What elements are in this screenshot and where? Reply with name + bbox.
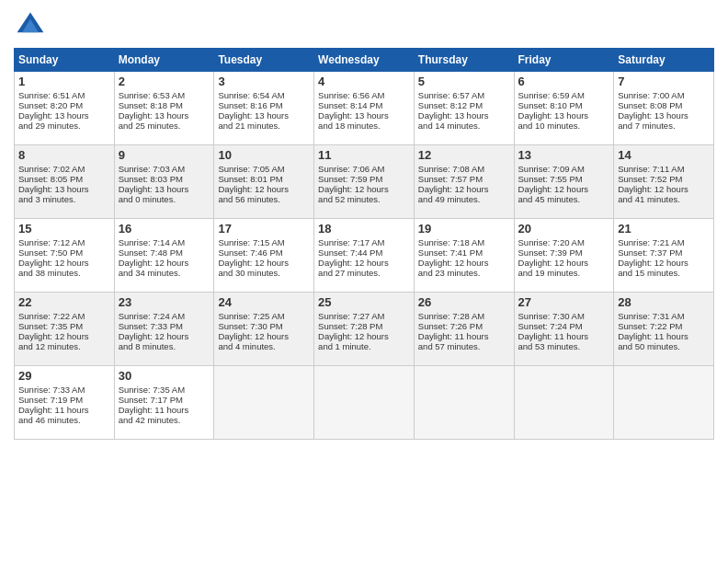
calendar-cell: 22Sunrise: 7:22 AMSunset: 7:35 PMDayligh… <box>15 293 115 366</box>
weekday-header: Saturday <box>614 49 714 72</box>
day-info: Sunrise: 7:09 AM <box>518 164 610 174</box>
day-info: and 42 minutes. <box>119 415 210 425</box>
day-info: Sunset: 8:01 PM <box>218 174 310 184</box>
day-info: and 8 minutes. <box>119 341 210 351</box>
calendar-cell: 30Sunrise: 7:35 AMSunset: 7:17 PMDayligh… <box>114 366 214 440</box>
day-info: Sunset: 7:41 PM <box>418 247 510 258</box>
day-info: and 30 minutes. <box>218 268 310 278</box>
day-number: 19 <box>418 222 510 236</box>
day-number: 11 <box>318 148 410 162</box>
day-info: Sunset: 7:59 PM <box>318 174 410 184</box>
day-info: Sunset: 7:57 PM <box>418 174 510 184</box>
calendar-cell: 18Sunrise: 7:17 AMSunset: 7:44 PMDayligh… <box>314 219 415 293</box>
day-info: and 7 minutes. <box>618 121 710 131</box>
day-info: Sunrise: 7:14 AM <box>119 237 210 247</box>
calendar-cell: 8Sunrise: 7:02 AMSunset: 8:05 PMDaylight… <box>15 145 115 219</box>
day-info: Sunrise: 6:53 AM <box>119 90 210 100</box>
logo <box>14 9 51 42</box>
weekday-header: Sunday <box>15 49 115 72</box>
day-info: Sunset: 7:52 PM <box>618 174 710 184</box>
day-info: Sunset: 7:44 PM <box>318 247 410 258</box>
calendar-cell: 24Sunrise: 7:25 AMSunset: 7:30 PMDayligh… <box>214 293 314 366</box>
day-number: 17 <box>218 222 310 236</box>
calendar-cell: 6Sunrise: 6:59 AMSunset: 8:10 PMDaylight… <box>514 72 614 145</box>
day-info: Sunset: 7:50 PM <box>18 247 110 258</box>
calendar-cell: 19Sunrise: 7:18 AMSunset: 7:41 PMDayligh… <box>414 219 514 293</box>
calendar-cell: 17Sunrise: 7:15 AMSunset: 7:46 PMDayligh… <box>214 219 314 293</box>
calendar-cell: 10Sunrise: 7:05 AMSunset: 8:01 PMDayligh… <box>214 145 314 219</box>
day-info: Sunrise: 7:24 AM <box>119 311 210 321</box>
day-info: Sunrise: 6:54 AM <box>218 90 310 100</box>
day-number: 28 <box>618 295 710 309</box>
calendar-cell <box>414 366 514 440</box>
day-info: Sunset: 8:18 PM <box>119 100 210 110</box>
day-info: Sunset: 7:33 PM <box>119 321 210 331</box>
day-info: and 10 minutes. <box>518 121 610 131</box>
day-info: Sunset: 8:05 PM <box>18 174 110 184</box>
day-number: 22 <box>18 295 110 309</box>
day-info: Sunset: 7:46 PM <box>218 247 310 258</box>
day-info: Sunrise: 6:57 AM <box>418 90 510 100</box>
day-info: Sunset: 7:28 PM <box>318 321 410 331</box>
day-info: Daylight: 12 hours <box>318 184 410 194</box>
day-info: Daylight: 11 hours <box>119 405 210 415</box>
day-info: Daylight: 13 hours <box>18 110 110 121</box>
day-info: Sunset: 8:08 PM <box>618 100 710 110</box>
calendar-cell: 3Sunrise: 6:54 AMSunset: 8:16 PMDaylight… <box>214 72 314 145</box>
day-info: and 0 minutes. <box>119 194 210 204</box>
day-info: and 38 minutes. <box>18 268 110 278</box>
day-info: Sunrise: 7:20 AM <box>518 237 610 247</box>
day-info: and 53 minutes. <box>518 341 610 351</box>
day-info: Sunrise: 7:17 AM <box>318 237 410 247</box>
calendar-cell <box>514 366 614 440</box>
day-info: Daylight: 11 hours <box>418 331 510 341</box>
day-info: Sunrise: 7:35 AM <box>119 385 210 395</box>
day-number: 2 <box>119 75 210 88</box>
day-number: 12 <box>418 148 510 162</box>
weekday-header: Tuesday <box>214 49 314 72</box>
day-info: and 12 minutes. <box>18 341 110 351</box>
calendar-table: SundayMondayTuesdayWednesdayThursdayFrid… <box>14 48 714 440</box>
day-info: Daylight: 12 hours <box>618 184 710 194</box>
day-number: 27 <box>518 295 610 309</box>
day-number: 15 <box>18 222 110 236</box>
day-info: Daylight: 12 hours <box>218 331 310 341</box>
calendar-cell: 13Sunrise: 7:09 AMSunset: 7:55 PMDayligh… <box>514 145 614 219</box>
day-info: and 1 minute. <box>318 341 410 351</box>
day-info: Sunrise: 7:21 AM <box>618 237 710 247</box>
main-container: SundayMondayTuesdayWednesdayThursdayFrid… <box>0 0 728 449</box>
day-info: Sunset: 7:37 PM <box>618 247 710 258</box>
day-info: Sunset: 8:12 PM <box>418 100 510 110</box>
day-number: 10 <box>218 148 310 162</box>
calendar-cell: 11Sunrise: 7:06 AMSunset: 7:59 PMDayligh… <box>314 145 415 219</box>
day-info: and 34 minutes. <box>119 268 210 278</box>
day-info: Sunrise: 7:31 AM <box>618 311 710 321</box>
day-info: Sunset: 7:17 PM <box>119 395 210 405</box>
calendar-cell: 21Sunrise: 7:21 AMSunset: 7:37 PMDayligh… <box>614 219 714 293</box>
day-info: Sunrise: 7:25 AM <box>218 311 310 321</box>
header <box>14 9 714 42</box>
day-info: Daylight: 12 hours <box>618 258 710 268</box>
day-info: Sunset: 8:16 PM <box>218 100 310 110</box>
day-number: 6 <box>518 75 610 88</box>
day-info: Sunrise: 7:12 AM <box>18 237 110 247</box>
day-number: 5 <box>418 75 510 88</box>
day-info: Daylight: 11 hours <box>18 405 110 415</box>
calendar-cell: 20Sunrise: 7:20 AMSunset: 7:39 PMDayligh… <box>514 219 614 293</box>
weekday-header: Monday <box>114 49 214 72</box>
calendar-cell: 29Sunrise: 7:33 AMSunset: 7:19 PMDayligh… <box>15 366 115 440</box>
day-info: and 23 minutes. <box>418 268 510 278</box>
day-number: 26 <box>418 295 510 309</box>
day-info: and 21 minutes. <box>218 121 310 131</box>
day-info: and 52 minutes. <box>318 194 410 204</box>
day-info: Sunset: 8:20 PM <box>18 100 110 110</box>
day-info: Sunrise: 6:51 AM <box>18 90 110 100</box>
calendar-cell: 4Sunrise: 6:56 AMSunset: 8:14 PMDaylight… <box>314 72 415 145</box>
day-info: Sunrise: 6:56 AM <box>318 90 410 100</box>
calendar-cell: 1Sunrise: 6:51 AMSunset: 8:20 PMDaylight… <box>15 72 115 145</box>
day-number: 9 <box>119 148 210 162</box>
day-info: and 27 minutes. <box>318 268 410 278</box>
calendar-cell: 26Sunrise: 7:28 AMSunset: 7:26 PMDayligh… <box>414 293 514 366</box>
day-info: and 3 minutes. <box>18 194 110 204</box>
day-info: and 15 minutes. <box>618 268 710 278</box>
